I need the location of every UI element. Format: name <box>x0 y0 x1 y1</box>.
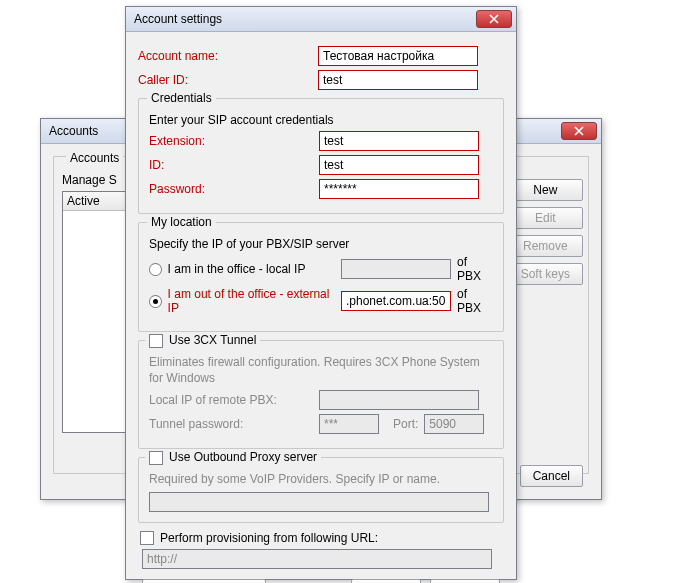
proxy-hint: Required by some VoIP Providers. Specify… <box>149 472 493 486</box>
location-hint: Specify the IP of your PBX/SIP server <box>149 237 493 251</box>
edit-button[interactable]: Edit <box>508 207 583 229</box>
close-icon <box>574 126 584 136</box>
tunnel-hint: Eliminates firewall configuration. Requi… <box>149 355 493 386</box>
location-group: My location Specify the IP of your PBX/S… <box>138 222 504 332</box>
accounts-close-button[interactable] <box>561 122 597 140</box>
accounts-title: Accounts <box>49 124 98 138</box>
radio-local-label: I am in the office - local IP <box>168 262 341 276</box>
ok-button[interactable]: OK <box>351 579 421 583</box>
tunnel-pwd-input <box>319 414 379 434</box>
tunnel-checkbox[interactable] <box>149 334 163 348</box>
settings-titlebar: Account settings <box>126 7 516 32</box>
external-ip-suffix: of PBX <box>457 287 493 315</box>
caller-id-label: Caller ID: <box>138 73 318 87</box>
tunnel-localip-label: Local IP of remote PBX: <box>149 393 319 407</box>
accounts-group-legend: Accounts <box>66 151 123 165</box>
tunnel-port-label: Port: <box>393 417 418 431</box>
proxy-checkbox-label: Use Outbound Proxy server <box>169 450 317 464</box>
credentials-group: Credentials Enter your SIP account crede… <box>138 98 504 214</box>
account-name-label: Account name: <box>138 49 318 63</box>
credentials-hint: Enter your SIP account credentials <box>149 113 493 127</box>
softkeys-button[interactable]: Soft keys <box>508 263 583 285</box>
extension-input[interactable] <box>319 131 479 151</box>
account-name-input[interactable] <box>318 46 478 66</box>
provision-checkbox-label: Perform provisioning from following URL: <box>160 531 378 545</box>
proxy-group: Use Outbound Proxy server Required by so… <box>138 457 504 523</box>
radio-external-label: I am out of the office - external IP <box>168 287 341 315</box>
settings-close-button[interactable] <box>476 10 512 28</box>
local-ip-input <box>341 259 451 279</box>
password-input[interactable] <box>319 179 479 199</box>
close-icon <box>489 14 499 24</box>
proxy-checkbox[interactable] <box>149 451 163 465</box>
tunnel-pwd-label: Tunnel password: <box>149 417 319 431</box>
radio-local-ip[interactable] <box>149 263 162 276</box>
provision-checkbox[interactable] <box>140 531 154 545</box>
external-ip-input[interactable] <box>341 291 451 311</box>
tunnel-group: Use 3CX Tunnel Eliminates firewall confi… <box>138 340 504 449</box>
accounts-cancel-button[interactable]: Cancel <box>520 465 583 487</box>
provision-url-input <box>142 549 492 569</box>
accounts-button-column: New Edit Remove Soft keys <box>508 179 583 285</box>
proxy-input <box>149 492 489 512</box>
new-button[interactable]: New <box>508 179 583 201</box>
remove-button[interactable]: Remove <box>508 235 583 257</box>
id-input[interactable] <box>319 155 479 175</box>
advanced-settings-button[interactable]: Advanced settings <box>142 579 266 583</box>
tunnel-checkbox-label: Use 3CX Tunnel <box>169 333 256 347</box>
caller-id-input[interactable] <box>318 70 478 90</box>
settings-bottom-bar: Advanced settings OK Cancel <box>138 571 504 583</box>
settings-title: Account settings <box>134 12 222 26</box>
proxy-legend-wrap: Use Outbound Proxy server <box>145 450 321 465</box>
extension-label: Extension: <box>149 134 319 148</box>
credentials-legend: Credentials <box>147 91 216 105</box>
settings-body: Account name: Caller ID: Credentials Ent… <box>126 32 516 583</box>
tunnel-port-input <box>424 414 484 434</box>
id-label: ID: <box>149 158 319 172</box>
tunnel-localip-input <box>319 390 479 410</box>
password-label: Password: <box>149 182 319 196</box>
account-settings-window: Account settings Account name: Caller ID… <box>125 6 517 580</box>
radio-external-ip[interactable] <box>149 295 162 308</box>
location-legend: My location <box>147 215 216 229</box>
settings-cancel-button[interactable]: Cancel <box>430 579 500 583</box>
tunnel-legend-wrap: Use 3CX Tunnel <box>145 333 260 348</box>
local-ip-suffix: of PBX <box>457 255 493 283</box>
provision-row: Perform provisioning from following URL: <box>140 531 502 545</box>
